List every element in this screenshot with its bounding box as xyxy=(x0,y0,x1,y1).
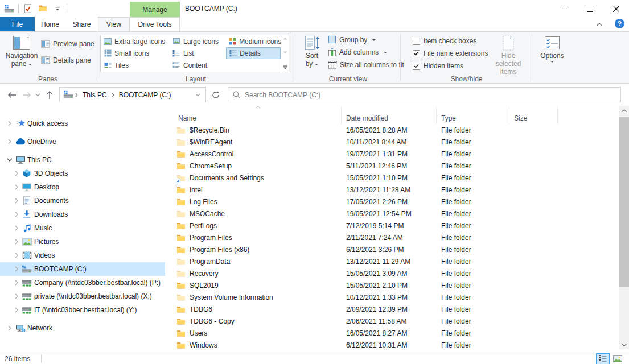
layout-option-tiles[interactable]: Tiles xyxy=(101,59,170,71)
maximize-button[interactable] xyxy=(577,0,603,17)
contextual-tab-group-manage[interactable]: Manage xyxy=(130,2,180,17)
address-dropdown-button[interactable] xyxy=(191,93,204,97)
search-input[interactable] xyxy=(245,91,616,99)
chevron-right-icon[interactable] xyxy=(13,292,20,300)
tab-home[interactable]: Home xyxy=(35,17,65,31)
refresh-button[interactable] xyxy=(209,89,222,101)
hide-selected-items-button[interactable]: Hide selected items xyxy=(488,35,529,76)
file-row-windows[interactable]: Windows6/12/2021 10:31 AMFile folder xyxy=(171,339,609,351)
gallery-scroll-up-button[interactable] xyxy=(283,37,287,40)
minimize-button[interactable] xyxy=(550,0,577,17)
layout-option-small-icons[interactable]: Small icons xyxy=(101,47,170,59)
file-row-recovery[interactable]: Recovery15/05/2021 3:09 AMFile folder xyxy=(171,267,609,279)
details-pane-button[interactable]: Details pane xyxy=(41,56,91,64)
gallery-more-button[interactable] xyxy=(283,65,287,70)
scroll-down-button[interactable] xyxy=(619,340,629,349)
chevron-right-icon[interactable] xyxy=(13,279,20,287)
file-row-log-files[interactable]: Log Files17/05/2021 2:26 PMFile folder xyxy=(171,196,609,208)
breadcrumb-this-pc[interactable]: This PC xyxy=(80,91,110,99)
tab-file[interactable]: File xyxy=(0,17,35,31)
sidebar-item-desktop[interactable]: Desktop xyxy=(0,180,165,194)
file-row-recycle-bin[interactable]: $Recycle.Bin16/05/2021 8:28 AMFile folde… xyxy=(171,124,609,136)
chevron-right-icon[interactable] xyxy=(13,183,20,191)
file-row-system-volume-information[interactable]: System Volume Information10/12/2021 1:33… xyxy=(171,291,609,303)
checkbox-file-name-extensions[interactable]: File name extensions xyxy=(413,49,488,57)
column-header-name[interactable]: Name xyxy=(171,107,342,124)
chevron-right-icon[interactable] xyxy=(13,265,20,273)
column-header-type[interactable]: Type xyxy=(437,107,509,124)
file-row-tdbg6-copy[interactable]: TDBG6 - Copy2/06/2021 11:58 AMFile folde… xyxy=(171,315,609,327)
column-header-date-modified[interactable]: Date modified xyxy=(342,107,437,124)
help-button[interactable]: ? xyxy=(615,19,624,28)
checkbox-hidden-items[interactable]: Hidden items xyxy=(413,62,463,70)
size-all-columns-button[interactable]: Size all columns to fit xyxy=(328,60,404,69)
tab-view[interactable]: View xyxy=(98,17,130,31)
chevron-right-icon[interactable] xyxy=(13,210,20,218)
chevron-right-icon[interactable] xyxy=(6,138,14,146)
file-row-programdata[interactable]: ProgramData13/12/2021 11:29 AMFile folde… xyxy=(171,255,609,267)
file-row-winreagent[interactable]: $WinREAgent10/11/2021 8:44 AMFile folder xyxy=(171,136,609,148)
sidebar-item-downloads[interactable]: Downloads xyxy=(0,208,165,221)
sidebar-item-company-ntdc03bber-bestbar-local-p[interactable]: Company (\\ntdc03bber.bestbar.local) (P:… xyxy=(0,276,165,289)
add-columns-button[interactable]: Add columns xyxy=(328,48,387,57)
large-thumbnails-view-toggle-button[interactable] xyxy=(611,353,624,364)
file-row-sql2019[interactable]: SQL201915/05/2021 2:10 PMFile folder xyxy=(171,279,609,291)
sidebar-item-this-pc[interactable]: This PC xyxy=(0,153,165,167)
close-button[interactable] xyxy=(603,0,629,17)
layout-option-details[interactable]: Details xyxy=(226,47,281,59)
sidebar-item-it-ntdc03bber-bestbar-local-y[interactable]: IT (\\ntdc03bber.bestbar.local) (Y:) xyxy=(0,303,165,317)
file-row-perflogs[interactable]: PerfLogs7/12/2019 5:14 PMFile folder xyxy=(171,220,609,231)
file-row-msocache[interactable]: MSOCache19/05/2021 12:54 PMFile folder xyxy=(171,208,609,220)
file-row-program-files[interactable]: Program Files2/11/2021 7:24 AMFile folde… xyxy=(171,231,609,243)
sort-by-button[interactable]: Sort by xyxy=(301,35,323,68)
sidebar-item-onedrive[interactable]: OneDrive xyxy=(0,135,165,148)
group-by-button[interactable]: Group by xyxy=(328,35,376,44)
sidebar-item-private-ntdc03bber-bestbar-local-x[interactable]: private (\\ntdc03bber.bestbar.local) (X:… xyxy=(0,289,165,303)
sidebar-item-documents[interactable]: Documents xyxy=(0,194,165,208)
chevron-right-icon[interactable] xyxy=(13,238,20,246)
preview-pane-button[interactable]: Preview pane xyxy=(41,40,94,48)
scroll-up-button[interactable] xyxy=(619,106,629,115)
checkbox-item-check-boxes[interactable]: Item check boxes xyxy=(413,37,476,45)
file-row-tdbg6[interactable]: TDBG62/09/2021 12:39 PMFile folder xyxy=(171,303,609,315)
layout-option-content[interactable]: Content xyxy=(170,59,226,71)
recent-locations-button[interactable] xyxy=(33,89,42,101)
file-row-documents-and-settings[interactable]: Documents and Settings15/05/2021 1:10 PM… xyxy=(171,172,609,184)
properties-button[interactable] xyxy=(22,3,34,14)
tab-share[interactable]: Share xyxy=(65,17,98,31)
minimize-ribbon-button[interactable] xyxy=(595,20,604,29)
sidebar-item-quick-access[interactable]: Quick access xyxy=(0,117,165,130)
file-row-accesscontrol[interactable]: AccessControl19/07/2021 1:31 PMFile fold… xyxy=(171,148,609,160)
file-row-chromesetup[interactable]: ChromeSetup5/11/2021 12:46 PMFile folder xyxy=(171,160,609,172)
chevron-right-icon[interactable] xyxy=(6,324,14,332)
forward-button[interactable] xyxy=(20,89,33,101)
sidebar-item-videos[interactable]: Videos xyxy=(0,249,165,262)
column-header-size[interactable]: Size xyxy=(509,107,558,124)
sidebar-item-network[interactable]: Network xyxy=(0,321,165,335)
chevron-right-icon[interactable] xyxy=(6,119,14,127)
back-button[interactable] xyxy=(6,89,18,101)
chevron-right-icon[interactable] xyxy=(13,169,20,177)
new-folder-button[interactable] xyxy=(37,3,48,14)
navigation-pane-button[interactable]: Navigation pane xyxy=(5,35,39,68)
chevron-right-icon[interactable] xyxy=(13,197,20,205)
chevron-down-icon[interactable] xyxy=(6,156,14,164)
file-row-users[interactable]: Users16/05/2021 8:27 AMFile folder xyxy=(171,327,609,339)
chevron-right-icon[interactable] xyxy=(13,306,20,314)
vertical-scrollbar[interactable] xyxy=(619,106,629,349)
layout-option-extra-large-icons[interactable]: Extra large icons xyxy=(101,35,170,47)
details-view-toggle-button[interactable] xyxy=(596,353,610,364)
sidebar-item-3d-objects[interactable]: 3D Objects xyxy=(0,167,165,180)
options-button[interactable]: Options xyxy=(538,35,566,63)
sidebar-item-music[interactable]: Music xyxy=(0,221,165,235)
address-breadcrumb-bar[interactable]: This PCBOOTCAMP (C:) xyxy=(59,87,206,102)
chevron-right-icon[interactable] xyxy=(13,251,20,259)
layout-option-medium-icons[interactable]: Medium icons xyxy=(226,35,281,47)
scrollbar-thumb[interactable] xyxy=(619,117,629,287)
sidebar-item-pictures[interactable]: Pictures xyxy=(0,235,165,249)
file-row-intel[interactable]: Intel13/12/2021 11:28 AMFile folder xyxy=(171,184,609,196)
customize-qat-button[interactable] xyxy=(52,3,63,14)
up-button[interactable] xyxy=(43,89,56,101)
breadcrumb-bootcamp-c[interactable]: BOOTCAMP (C:) xyxy=(116,91,174,99)
sidebar-item-bootcamp-c[interactable]: BOOTCAMP (C:) xyxy=(0,262,165,276)
